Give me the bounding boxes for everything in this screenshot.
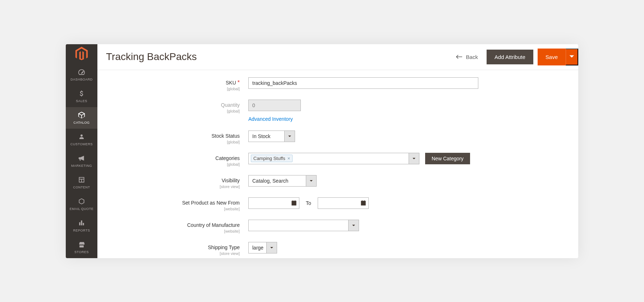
bars-icon	[77, 219, 86, 227]
svg-rect-0	[293, 203, 293, 204]
quantity-label: Quantity	[221, 102, 240, 108]
to-label: To	[306, 200, 311, 206]
visibility-value: Catalog, Search	[248, 175, 306, 187]
nav-marketing[interactable]: MARKETING	[66, 150, 97, 172]
visibility-scope: [store view]	[97, 184, 240, 189]
nav-reports[interactable]: REPORTS	[66, 215, 97, 237]
nav-content[interactable]: CONTENT	[66, 172, 97, 193]
svg-rect-4	[363, 203, 364, 204]
category-chip: Camping Stuffs ×	[251, 155, 293, 162]
chevron-down-icon	[284, 131, 295, 142]
field-sku: SKU* [global]	[97, 77, 564, 91]
country-select[interactable]	[248, 220, 359, 231]
field-shipping-type: Shipping Type [store view] large	[97, 242, 564, 256]
back-button[interactable]: Back	[452, 51, 482, 63]
categories-label: Categories	[215, 155, 240, 161]
stock-status-label: Stock Status	[211, 133, 240, 139]
shipping-value: large	[248, 242, 266, 253]
calendar-icon[interactable]	[289, 198, 299, 209]
nav-label: STORES	[74, 250, 89, 254]
main-content: Tracking BackPacks Back Add Attribute Sa…	[97, 44, 578, 258]
chevron-down-icon	[266, 242, 277, 253]
date-from-input[interactable]	[248, 197, 299, 209]
country-scope: [website]	[97, 229, 240, 233]
nav-label: CONTENT	[73, 186, 90, 189]
nav-label: EMAIL QUOTE	[70, 207, 94, 211]
chip-label: Camping Stuffs	[253, 156, 285, 161]
field-stock-status: Stock Status [global] In Stock	[97, 131, 564, 144]
store-icon	[77, 240, 86, 249]
quantity-scope: [global]	[97, 109, 240, 113]
sku-label: SKU	[226, 80, 236, 86]
sku-input[interactable]	[248, 77, 478, 89]
box-icon	[77, 111, 86, 119]
new-category-button[interactable]: New Category	[425, 153, 470, 164]
arrow-left-icon	[456, 54, 463, 60]
page-header: Tracking BackPacks Back Add Attribute Sa…	[97, 44, 578, 70]
date-from-field[interactable]	[249, 198, 289, 209]
field-visibility: Visibility [store view] Catalog, Search	[97, 175, 564, 189]
gauge-icon	[77, 68, 86, 76]
nav-label: SALES	[76, 99, 87, 103]
nav-sales[interactable]: SALES	[66, 86, 97, 107]
hexagon-icon	[77, 197, 86, 206]
dollar-icon	[77, 89, 86, 98]
country-label: Country of Manufacture	[187, 222, 240, 228]
calendar-icon[interactable]	[358, 198, 368, 209]
new-from-label: Set Product as New From	[182, 200, 240, 206]
nav-label: CUSTOMERS	[70, 142, 93, 146]
chip-remove-icon[interactable]: ×	[288, 156, 290, 161]
nav-label: CATALOG	[73, 121, 89, 124]
nav-email-quote[interactable]: EMAIL QUOTE	[66, 193, 97, 215]
categories-scope: [global]	[97, 162, 240, 166]
megaphone-icon	[77, 154, 86, 163]
quantity-input	[248, 100, 301, 111]
stock-status-scope: [global]	[97, 140, 240, 144]
back-label: Back	[466, 54, 478, 60]
shipping-label: Shipping Type	[208, 244, 240, 250]
save-button[interactable]: Save	[538, 49, 566, 65]
chevron-down-icon	[409, 153, 419, 164]
nav-label: MARKETING	[71, 164, 92, 168]
country-value	[248, 220, 348, 231]
svg-rect-2	[295, 203, 295, 204]
layout-icon	[77, 175, 86, 184]
chevron-down-icon	[348, 220, 359, 231]
field-categories: Categories [global] Camping Stuffs × Ne	[97, 153, 564, 166]
header-actions: Back Add Attribute Save	[452, 49, 578, 65]
visibility-select[interactable]: Catalog, Search	[248, 175, 317, 187]
add-attribute-button[interactable]: Add Attribute	[487, 50, 533, 64]
stock-status-value: In Stock	[248, 131, 284, 142]
nav-catalog[interactable]: CATALOG	[66, 107, 97, 129]
date-to-field[interactable]	[318, 198, 358, 209]
save-dropdown-button[interactable]	[566, 49, 578, 65]
svg-rect-5	[364, 203, 365, 204]
visibility-label: Visibility	[222, 178, 240, 183]
nav-label: DASHBOARD	[70, 78, 93, 81]
svg-rect-1	[294, 203, 294, 204]
categories-select[interactable]: Camping Stuffs ×	[248, 153, 419, 164]
required-asterisk: *	[238, 79, 240, 86]
nav-label: REPORTS	[73, 229, 90, 232]
sku-scope: [global]	[97, 87, 240, 91]
person-icon	[77, 132, 86, 141]
page-title: Tracking BackPacks	[106, 51, 446, 63]
new-from-scope: [website]	[97, 207, 240, 211]
field-new-from: Set Product as New From [website] To	[97, 197, 564, 211]
chevron-down-icon	[306, 175, 317, 187]
magento-logo	[66, 44, 97, 64]
shipping-scope: [store view]	[97, 251, 240, 256]
categories-chip-area: Camping Stuffs ×	[248, 153, 409, 164]
nav-customers[interactable]: CUSTOMERS	[66, 129, 97, 150]
nav-stores[interactable]: STORES	[66, 237, 97, 258]
field-country: Country of Manufacture [website]	[97, 220, 564, 233]
form-content: SKU* [global] Quantity [global] Advanced…	[97, 70, 578, 258]
shipping-select[interactable]: large	[248, 242, 277, 253]
nav-dashboard[interactable]: DASHBOARD	[66, 64, 97, 86]
stock-status-select[interactable]: In Stock	[248, 131, 295, 142]
svg-rect-3	[362, 203, 363, 204]
advanced-inventory-link[interactable]: Advanced Inventory	[248, 116, 293, 122]
field-quantity: Quantity [global] Advanced Inventory	[97, 100, 564, 122]
admin-sidebar: DASHBOARD SALES CATALOG CUSTOMERS MARKET…	[66, 44, 97, 258]
date-to-input[interactable]	[318, 197, 369, 209]
